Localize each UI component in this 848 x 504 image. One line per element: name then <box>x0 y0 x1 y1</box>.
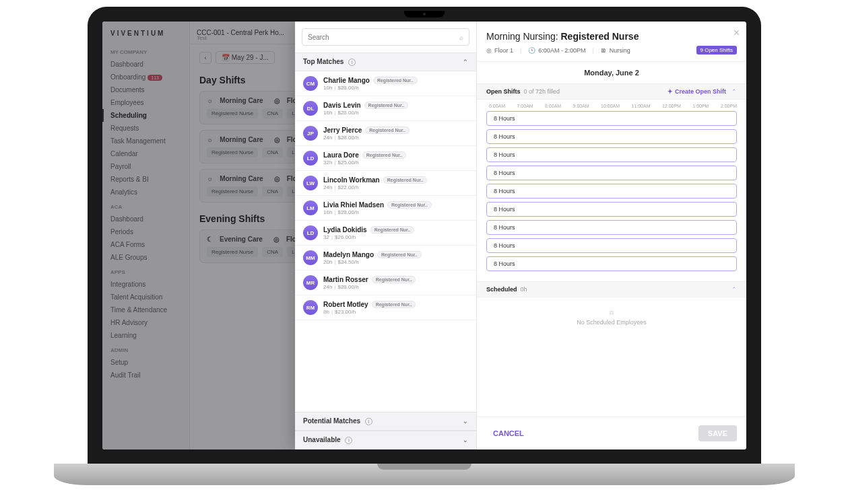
person-icon: ⍝ <box>486 307 737 317</box>
time-tick: 1:00PM <box>692 104 709 108</box>
candidate-name: Lydia Dokidis <box>323 226 367 233</box>
time-tick: 9:00AM <box>573 104 589 108</box>
candidate-row[interactable]: CMCharlie MangoRegistered Nur..10h|$28.0… <box>295 71 476 96</box>
candidate-row[interactable]: DLDavis LevinRegistered Nur..16h|$28.00/… <box>295 96 476 121</box>
scheduled-subheader[interactable]: Scheduled 0h ⌃ <box>477 281 746 297</box>
avatar: CM <box>303 76 318 91</box>
info-icon: i <box>348 59 356 66</box>
avatar: LW <box>303 176 318 190</box>
role-pill: Registered Nur.. <box>372 276 416 283</box>
app-root: VIVENTIUM MY COMPANYDashboardOnboarding1… <box>102 22 746 449</box>
candidate-name: Lincoln Workman <box>323 176 380 184</box>
unavailable-header[interactable]: Unavailable i ⌄ <box>295 431 476 449</box>
time-tick: 8:00AM <box>545 104 561 108</box>
candidate-name: Laura Dore <box>323 151 359 159</box>
laptop-body: VIVENTIUM MY COMPANYDashboardOnboarding1… <box>88 7 761 464</box>
close-icon[interactable]: × <box>733 27 740 39</box>
avatar: MM <box>303 250 318 265</box>
avatar: MR <box>303 275 318 290</box>
info-icon: i <box>345 437 352 444</box>
time-tick: 6:00AM <box>489 104 505 108</box>
chevron-down-icon: ⌄ <box>463 418 468 425</box>
candidate-row[interactable]: MRMartin RosserRegistered Nur..24h|$28.0… <box>295 271 476 295</box>
top-matches-header[interactable]: Top Matches i ⌃ <box>295 52 476 71</box>
role-pill: Registered Nur.. <box>370 226 415 233</box>
laptop-screen: VIVENTIUM MY COMPANYDashboardOnboarding1… <box>102 22 746 449</box>
role-pill: Registered Nur.. <box>365 127 410 134</box>
candidate-row[interactable]: LWLincoln WorkmanRegistered Nur..24h|$22… <box>295 171 476 196</box>
role-pill: Registered Nur.. <box>377 251 422 258</box>
open-shift-row[interactable]: 8 Hours <box>486 238 737 253</box>
time-tick: 7:00AM <box>517 104 533 108</box>
open-shifts-badge: 9 Open Shifts <box>696 46 737 55</box>
open-shift-row[interactable]: 8 Hours <box>486 220 737 235</box>
candidate-meta: 20h|$24.50/h <box>323 259 468 265</box>
role-pill: Registered Nur.. <box>383 176 428 184</box>
scheduled-empty-state: ⍝ No Scheduled Employees <box>477 297 746 335</box>
open-shift-row[interactable]: 8 Hours <box>486 111 737 126</box>
candidate-meta: 16h|$28.00/h <box>323 110 468 116</box>
document-icon: 🗎 <box>601 47 607 54</box>
chevron-up-icon: ⌃ <box>731 286 737 293</box>
pin-icon: ◎ <box>486 47 492 54</box>
candidate-meta: 24h|$22.00/h <box>323 184 468 190</box>
camera-notch <box>404 11 445 17</box>
open-shift-row[interactable]: 8 Hours <box>486 166 737 180</box>
search-box[interactable]: ⌕ <box>302 28 469 46</box>
candidate-row[interactable]: JPJerry PierceRegistered Nur..24h|$28.00… <box>295 121 476 146</box>
shift-detail-panel: × Morning Nursing: Registered Nurse ◎Flo… <box>477 22 746 449</box>
save-button[interactable]: SAVE <box>698 425 737 441</box>
candidate-row[interactable]: LDLydia DokidisRegistered Nur..32|$26.00… <box>295 221 476 246</box>
candidate-meta: 16h|$28.00/h <box>323 209 468 215</box>
open-shift-row[interactable]: 8 Hours <box>486 256 737 271</box>
candidate-meta: 10h|$28.00/h <box>323 85 468 91</box>
potential-matches-header[interactable]: Potential Matches i ⌄ <box>295 412 476 431</box>
candidate-name: Davis Levin <box>323 102 361 109</box>
open-shift-row[interactable]: 8 Hours <box>486 129 737 144</box>
create-open-shift-button[interactable]: ✦ Create Open Shift <box>667 88 726 95</box>
candidate-name: Madelyn Mango <box>323 251 374 258</box>
search-input[interactable] <box>308 34 459 41</box>
candidate-row[interactable]: LDLaura DoreRegistered Nur..32h|$25.00/h <box>295 146 476 171</box>
candidate-row[interactable]: RMRobert MotleyRegistered Nur..8h|$23.00… <box>295 295 476 320</box>
time-tick: 11:00AM <box>631 104 650 108</box>
avatar: LD <box>303 225 318 240</box>
candidate-meta: 8h|$23.00/h <box>323 309 468 315</box>
avatar: RM <box>303 300 318 315</box>
cancel-button[interactable]: CANCEL <box>486 425 531 441</box>
candidate-row[interactable]: LMLivia Rhiel MadsenRegistered Nur..16h|… <box>295 196 476 221</box>
role-pill: Registered Nur.. <box>372 301 416 308</box>
chevron-up-icon: ⌃ <box>463 59 468 65</box>
role-pill: Registered Nur.. <box>362 151 407 159</box>
plus-icon: ✦ <box>667 88 673 95</box>
time-ruler: 6:00AM7:00AM8:00AM9:00AM10:00AM11:00AM12… <box>477 100 746 110</box>
candidate-meta: 24h|$28.00/h <box>323 284 468 290</box>
avatar: LM <box>303 201 318 215</box>
pane-title: Morning Nursing: Registered Nurse <box>477 22 746 44</box>
laptop-mockup: VIVENTIUM MY COMPANYDashboardOnboarding1… <box>0 0 848 504</box>
candidate-name: Charlie Mango <box>323 77 370 84</box>
candidate-meta: 24h|$28.00/h <box>323 135 468 141</box>
role-pill: Registered Nur.. <box>373 77 418 84</box>
pane-meta: ◎Floor 1 | 🕒6:00AM - 2:00PM | 🗎Nursing 9… <box>477 44 746 61</box>
role-pill: Registered Nur.. <box>364 102 409 109</box>
time-tick: 2:00PM <box>721 104 737 108</box>
pane-date: Monday, June 2 <box>477 62 746 83</box>
candidate-name: Robert Motley <box>323 301 368 308</box>
avatar: JP <box>303 126 318 141</box>
candidate-row[interactable]: MMMadelyn MangoRegistered Nur..20h|$24.5… <box>295 246 476 271</box>
avatar: DL <box>303 101 318 116</box>
open-shift-row[interactable]: 8 Hours <box>486 184 737 199</box>
laptop-base <box>54 464 795 485</box>
open-shift-row[interactable]: 8 Hours <box>486 202 737 217</box>
open-shifts-subheader[interactable]: Open Shifts 0 of 72h filled ✦ Create Ope… <box>477 83 746 100</box>
time-tick: 12:00PM <box>662 104 681 108</box>
candidate-list[interactable]: CMCharlie MangoRegistered Nur..10h|$28.0… <box>295 71 476 412</box>
search-icon: ⌕ <box>459 34 463 41</box>
open-shift-row[interactable]: 8 Hours <box>486 147 737 162</box>
time-tick: 10:00AM <box>601 104 620 108</box>
info-icon: i <box>365 418 372 425</box>
candidate-name: Livia Rhiel Madsen <box>323 201 384 209</box>
candidate-meta: 32h|$25.00/h <box>323 159 468 166</box>
candidate-panel: ⌕ Top Matches i ⌃ CMCharlie MangoRegiste… <box>295 22 477 449</box>
